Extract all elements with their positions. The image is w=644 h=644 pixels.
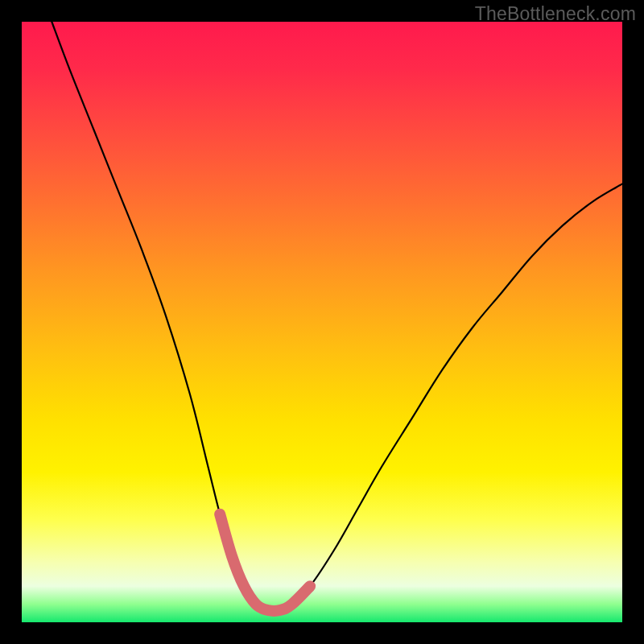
- optimal-range-highlight: [220, 514, 310, 611]
- curve-layer: [22, 22, 622, 622]
- chart-frame: TheBottleneck.com: [0, 0, 644, 644]
- plot-area: [22, 22, 622, 622]
- bottleneck-curve: [52, 22, 622, 611]
